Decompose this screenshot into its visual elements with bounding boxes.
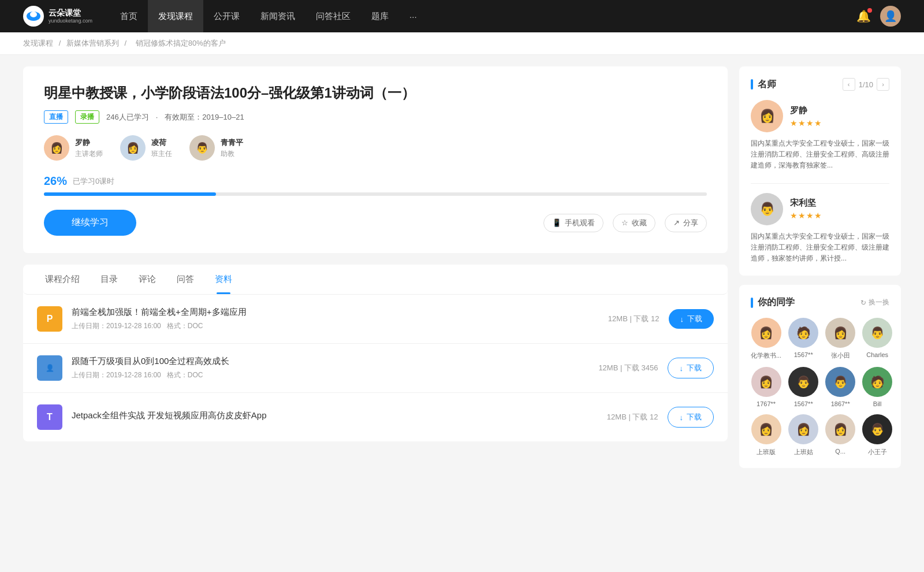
nav-open[interactable]: 公开课	[203, 0, 250, 32]
resource-meta-1: 上传日期：2019-12-28 16:00 格式：DOC	[72, 370, 589, 380]
bell-dot	[867, 8, 872, 13]
tab-catalog[interactable]: 目录	[90, 265, 128, 294]
logo-icon	[23, 6, 44, 27]
nav-news[interactable]: 新闻资讯	[250, 0, 305, 32]
classmate-name-11: 小王子	[868, 448, 887, 456]
nav-exam[interactable]: 题库	[361, 0, 399, 32]
download-button-1[interactable]: ↓ 下载	[668, 358, 714, 378]
refresh-label: 换一换	[869, 298, 889, 307]
classmate-avatar-7: 🧑	[862, 367, 892, 397]
classmate-10[interactable]: 👩 Q...	[825, 414, 855, 456]
teacher-info-0: 罗静 主讲老师	[75, 138, 103, 159]
page-nav: ‹ 1/10 ›	[843, 78, 889, 91]
continue-button[interactable]: 继续学习	[44, 210, 136, 236]
teacher-avatar-1: 👩	[120, 135, 146, 161]
nav-discover[interactable]: 发现课程	[148, 0, 203, 32]
bell-icon[interactable]: 🔔	[856, 9, 871, 23]
breadcrumb-sep-1: /	[59, 39, 63, 47]
nav-avatar[interactable]: 👤	[880, 6, 901, 27]
classmate-name-1: 1567**	[794, 351, 813, 358]
tab-intro[interactable]: 课程介绍	[35, 265, 90, 294]
main-layout: 明星中教授课，小学阶段语法100分–强化级第1讲动词（一） 直播 录播 246人…	[0, 55, 924, 489]
teacher-avatar-0: 👩	[44, 135, 69, 161]
classmate-avatar-4: 👩	[751, 367, 781, 397]
divider-1	[751, 183, 889, 184]
classmate-7[interactable]: 🧑 Bill	[862, 367, 892, 407]
resource-title-1: 跟随千万级项目从0到100全过程高效成长	[72, 356, 589, 367]
classmate-2[interactable]: 👩 张小田	[825, 318, 855, 360]
classmate-1[interactable]: 🧑 1567**	[788, 318, 818, 360]
progress-pct: 26%	[44, 174, 67, 188]
download-button-2[interactable]: ↓ 下载	[668, 407, 714, 428]
tab-qa[interactable]: 问答	[166, 265, 204, 294]
star-icon: ☆	[621, 218, 628, 227]
classmate-avatar-3: 👨	[862, 318, 892, 348]
course-meta: 直播 录播 246人已学习 · 有效期至：2019–10–21	[44, 110, 707, 124]
classmates-grid: 👩 化学教书... 🧑 1567** 👩 张小田 👨 Charles 👩	[751, 318, 889, 456]
page-indicator: 1/10	[859, 80, 873, 89]
classmate-11[interactable]: 👨 小王子	[862, 414, 892, 456]
teacher-name-1: 凌荷	[151, 138, 172, 148]
content-area: 明星中教授课，小学阶段语法100分–强化级第1讲动词（一） 直播 录播 246人…	[23, 66, 728, 477]
classmate-9[interactable]: 👩 上班姑	[788, 414, 818, 456]
teacher-info-1: 凌荷 班主任	[151, 138, 172, 159]
validity: 有效期至：2019–10–21	[165, 112, 244, 122]
nav-home[interactable]: 首页	[110, 0, 148, 32]
navbar: 云朵课堂 yunduoketang.com 首页 发现课程 公开课 新闻资讯 问…	[0, 0, 924, 32]
resource-stats-1: 12MB | 下载 3456	[598, 363, 658, 373]
resource-title-2: Jetpack全组件实战 开发短视频应用高仿皮皮虾App	[72, 410, 598, 421]
tab-comment[interactable]: 评论	[128, 265, 166, 294]
breadcrumb-link-series[interactable]: 新媒体营销系列	[66, 39, 119, 47]
download-button-0[interactable]: ↓ 下载	[669, 309, 714, 329]
nav-qa[interactable]: 问答社区	[305, 0, 361, 32]
resource-icon-0: P	[37, 306, 62, 332]
classmate-3[interactable]: 👨 Charles	[862, 318, 892, 360]
classmate-name-4: 1767**	[757, 400, 776, 407]
share-button[interactable]: ↗ 分享	[665, 214, 707, 232]
logo[interactable]: 云朵课堂 yunduoketang.com	[23, 6, 92, 27]
teacher-item-2: 👨 青青平 助教	[189, 135, 243, 161]
resource-item-0: P 前端全栈加强版！前端全栈+全周期+多端应用 上传日期：2019-12-28 …	[23, 295, 728, 344]
download-icon-0: ↓	[680, 315, 684, 324]
resource-meta-0: 上传日期：2019-12-28 16:00 格式：DOC	[72, 321, 599, 331]
classmate-avatar-6: 👨	[825, 367, 855, 397]
sidebar-teacher-desc-0: 国内某重点大学安全工程专业硕士，国家一级注册消防工程师、注册安全工程师、高级注册…	[751, 138, 889, 172]
page-next-button[interactable]: ›	[877, 78, 889, 91]
nav-right: 🔔 👤	[856, 6, 901, 27]
tag-live: 直播	[44, 110, 68, 124]
mobile-watch-button[interactable]: 📱 手机观看	[543, 214, 603, 232]
breadcrumb-link-discover[interactable]: 发现课程	[23, 39, 53, 47]
classmate-name-5: 1567**	[794, 400, 813, 407]
nav-more[interactable]: ···	[399, 0, 427, 32]
collect-button[interactable]: ☆ 收藏	[613, 214, 655, 232]
tab-resource[interactable]: 资料	[204, 265, 243, 294]
sidebar-teacher-1: 👨 宋利坚 ★★★★ 国内某重点大学安全工程专业硕士，国家一级注册消防工程师、注…	[751, 193, 889, 265]
classmates-title: 你的同学 ↻ 换一换	[751, 296, 889, 309]
classmate-5[interactable]: 👨 1567**	[788, 367, 818, 407]
refresh-button[interactable]: ↻ 换一换	[860, 298, 889, 307]
resource-info-0: 前端全栈加强版！前端全栈+全周期+多端应用 上传日期：2019-12-28 16…	[72, 307, 599, 331]
classmate-8[interactable]: 👩 上班版	[751, 414, 781, 456]
page-prev-button[interactable]: ‹	[843, 78, 855, 91]
sidebar-teacher-name-0: 罗静	[790, 105, 822, 116]
resource-icon-2: T	[37, 404, 62, 430]
share-label: 分享	[683, 218, 698, 228]
teacher-name-0: 罗静	[75, 138, 103, 148]
sidebar-teacher-header-0: 👩 罗静 ★★★★	[751, 100, 889, 132]
teachers-sidebar-title: 名师 ‹ 1/10 ›	[751, 78, 889, 91]
tabs-bar: 课程介绍 目录 评论 问答 资料	[23, 265, 728, 295]
teacher-name-2: 青青平	[221, 138, 243, 148]
classmate-4[interactable]: 👩 1767**	[751, 367, 781, 407]
sidebar-teacher-header-1: 👨 宋利坚 ★★★★	[751, 193, 889, 225]
resource-item-1: 👤 跟随千万级项目从0到100全过程高效成长 上传日期：2019-12-28 1…	[23, 344, 728, 393]
resource-info-2: Jetpack全组件实战 开发短视频应用高仿皮皮虾App	[72, 410, 598, 425]
svg-point-1	[30, 12, 37, 17]
classmate-6[interactable]: 👨 1867**	[825, 367, 855, 407]
classmate-avatar-2: 👩	[825, 318, 855, 348]
sidebar-teacher-stars-0: ★★★★	[790, 118, 822, 128]
classmate-0[interactable]: 👩 化学教书...	[751, 318, 781, 360]
breadcrumb-current: 销冠修炼术搞定80%的客户	[136, 39, 226, 47]
nav-items: 首页 发现课程 公开课 新闻资讯 问答社区 题库 ···	[110, 0, 856, 32]
dot-sep: ·	[156, 113, 158, 121]
classmate-avatar-11: 👨	[862, 414, 892, 444]
